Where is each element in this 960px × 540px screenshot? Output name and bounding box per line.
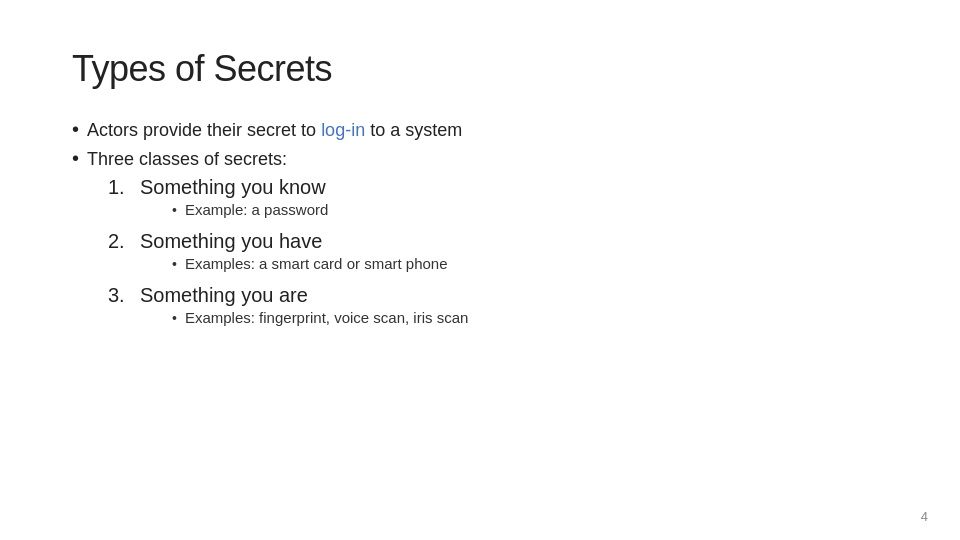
page-number: 4 xyxy=(921,509,928,524)
slide: Types of Secrets Actors provide their se… xyxy=(0,0,960,540)
numbered-item-1-num: 1. xyxy=(108,176,128,199)
bullet-item-2: Three classes of secrets: xyxy=(72,147,888,170)
sub-bullet-list-3: Examples: fingerprint, voice scan, iris … xyxy=(140,309,468,326)
bullet-item-1: Actors provide their secret to log-in to… xyxy=(72,118,888,141)
slide-title: Types of Secrets xyxy=(72,48,888,90)
bullet-text-2: Three classes of secrets: xyxy=(87,149,287,170)
numbered-item-1-content: Something you know Example: a password xyxy=(140,176,328,228)
main-bullet-list: Actors provide their secret to log-in to… xyxy=(72,118,888,170)
numbered-item-1-label: Something you know xyxy=(140,176,326,198)
numbered-item-2-content: Something you have Examples: a smart car… xyxy=(140,230,448,282)
sub-bullet-list-1: Example: a password xyxy=(140,201,328,218)
numbered-item-1: 1. Something you know Example: a passwor… xyxy=(108,176,888,228)
sub-bullet-3-1: Examples: fingerprint, voice scan, iris … xyxy=(172,309,468,326)
bullet-text-1: Actors provide their secret to log-in to… xyxy=(87,120,462,141)
sub-bullet-2-1: Examples: a smart card or smart phone xyxy=(172,255,448,272)
numbered-item-2-label: Something you have xyxy=(140,230,322,252)
numbered-item-3-label: Something you are xyxy=(140,284,308,306)
numbered-item-2-num: 2. xyxy=(108,230,128,253)
numbered-item-3-content: Something you are Examples: fingerprint,… xyxy=(140,284,468,336)
sub-bullet-list-2: Examples: a smart card or smart phone xyxy=(140,255,448,272)
numbered-item-3: 3. Something you are Examples: fingerpri… xyxy=(108,284,888,336)
numbered-item-2: 2. Something you have Examples: a smart … xyxy=(108,230,888,282)
login-link[interactable]: log-in xyxy=(321,120,365,140)
sub-bullet-1-1: Example: a password xyxy=(172,201,328,218)
numbered-item-3-num: 3. xyxy=(108,284,128,307)
numbered-list: 1. Something you know Example: a passwor… xyxy=(72,176,888,336)
